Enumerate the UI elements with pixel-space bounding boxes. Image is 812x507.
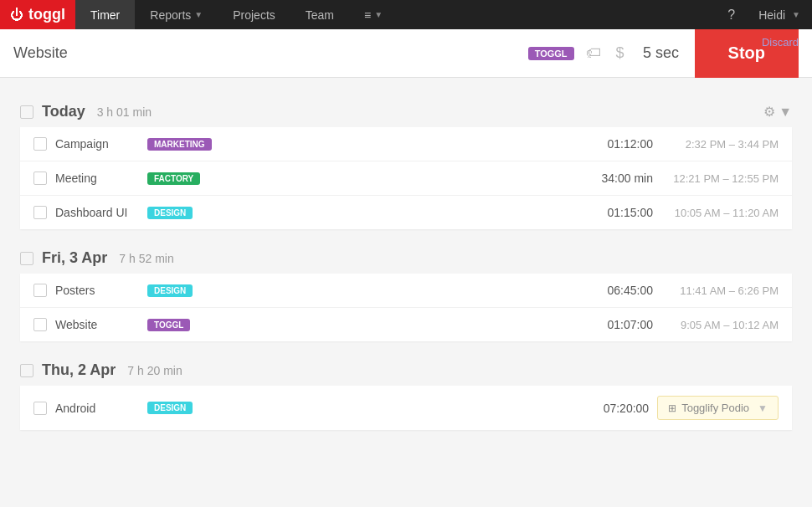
thu-section-header: Thu, 2 Apr 7 h 20 min — [20, 345, 792, 386]
togglify-icon: ⊞ — [668, 402, 676, 414]
factory-badge[interactable]: FACTORY — [147, 172, 200, 185]
row-checkbox[interactable] — [33, 318, 47, 331]
more-dropdown-arrow: ▼ — [374, 10, 383, 19]
row-checkbox[interactable] — [33, 206, 47, 219]
timer-project-badge[interactable]: TOGGL — [528, 47, 574, 60]
thu-rows: Android DESIGN 07:20:00 ⊞ Togglify Podio… — [20, 386, 792, 430]
today-duration: 3 h 01 min — [97, 105, 152, 119]
fri-section-header: Fri, 3 Apr 7 h 52 min — [20, 233, 792, 274]
tag-icon[interactable]: 🏷 — [583, 44, 604, 62]
row-checkbox[interactable] — [33, 172, 47, 185]
fri-section-checkbox[interactable] — [20, 252, 33, 265]
row-checkbox[interactable] — [33, 284, 47, 297]
help-icon[interactable]: ? — [716, 8, 747, 23]
timer-bar: Discard TOGGL 🏷 $ 5 sec Stop — [0, 29, 812, 78]
row-checkbox[interactable] — [33, 137, 47, 151]
toggl-power-icon: ⏻ — [10, 8, 23, 23]
timer-description-input[interactable] — [13, 44, 520, 62]
row-time-range: 12:21 PM – 12:55 PM — [661, 172, 779, 185]
table-row: Campaign MARKETING 01:12:00 2:32 PM – 3:… — [20, 127, 792, 161]
row-duration: 01:07:00 — [586, 318, 653, 331]
table-row: Android DESIGN 07:20:00 ⊞ Togglify Podio… — [20, 386, 792, 430]
table-row: Posters DESIGN 06:45:00 11:41 AM – 6:26 … — [20, 274, 792, 308]
marketing-badge[interactable]: MARKETING — [147, 138, 212, 151]
thu-section-checkbox[interactable] — [20, 364, 33, 377]
design-badge[interactable]: DESIGN — [147, 402, 193, 414]
logo[interactable]: ⏻ toggl — [0, 0, 75, 29]
fri-title: Fri, 3 Apr — [42, 249, 107, 267]
table-row: Dashboard UI DESIGN 01:15:00 10:05 AM – … — [20, 196, 792, 229]
today-rows: Campaign MARKETING 01:12:00 2:32 PM – 3:… — [20, 127, 792, 229]
today-section-checkbox[interactable] — [20, 105, 33, 119]
row-duration: 01:12:00 — [586, 137, 653, 151]
nav-reports[interactable]: Reports ▼ — [135, 0, 218, 29]
nav-projects[interactable]: Projects — [218, 0, 290, 29]
row-duration: 34:00 min — [586, 172, 653, 185]
row-time-range: 10:05 AM – 11:20 AM — [661, 207, 779, 219]
today-gear-icon[interactable]: ⚙ ▼ — [763, 104, 792, 120]
timer-elapsed: 5 sec — [636, 44, 686, 62]
today-title: Today — [42, 103, 85, 120]
design-badge[interactable]: DESIGN — [147, 284, 193, 297]
fri-duration: 7 h 52 min — [119, 252, 173, 265]
navbar: ⏻ toggl Timer Reports ▼ Projects Team ≡ … — [0, 0, 812, 29]
row-name: Meeting — [55, 172, 139, 185]
reports-dropdown-arrow: ▼ — [194, 10, 203, 19]
nav-more[interactable]: ≡ ▼ — [349, 0, 398, 29]
thu-title: Thu, 2 Apr — [42, 361, 116, 379]
fri-rows: Posters DESIGN 06:45:00 11:41 AM – 6:26 … — [20, 274, 792, 341]
row-duration: 07:20:00 — [582, 402, 649, 415]
row-time-range: 11:41 AM – 6:26 PM — [661, 284, 779, 297]
table-row: Website TOGGL 01:07:00 9:05 AM – 10:12 A… — [20, 308, 792, 341]
row-duration: 01:15:00 — [586, 206, 653, 219]
table-row: Meeting FACTORY 34:00 min 12:21 PM – 12:… — [20, 161, 792, 196]
row-name: Android — [55, 402, 139, 415]
row-time-range: 2:32 PM – 3:44 PM — [661, 138, 779, 151]
row-name: Dashboard UI — [55, 206, 139, 219]
toggl-badge[interactable]: TOGGL — [147, 319, 190, 331]
row-time-range: 9:05 AM – 10:12 AM — [661, 319, 779, 331]
today-section-header: Today 3 h 01 min ⚙ ▼ — [20, 86, 792, 127]
togglify-label: Togglify Podio — [681, 402, 749, 414]
user-menu[interactable]: Heidi ▼ — [747, 8, 812, 22]
row-name: Website — [55, 318, 139, 331]
row-name: Campaign — [55, 137, 139, 151]
discard-link[interactable]: Discard — [762, 36, 799, 49]
nav-timer[interactable]: Timer — [75, 0, 135, 29]
logo-text: toggl — [28, 6, 65, 23]
thu-duration: 7 h 20 min — [127, 364, 182, 377]
row-checkbox[interactable] — [33, 402, 47, 415]
togglify-dropdown-icon[interactable]: ▼ — [758, 402, 768, 414]
main-content: Today 3 h 01 min ⚙ ▼ Campaign MARKETING … — [0, 78, 812, 507]
togglify-box[interactable]: ⊞ Togglify Podio ▼ — [657, 396, 779, 420]
user-dropdown-arrow: ▼ — [792, 10, 800, 19]
design-badge[interactable]: DESIGN — [147, 207, 193, 219]
row-name: Posters — [55, 284, 139, 297]
row-duration: 06:45:00 — [586, 284, 653, 297]
billing-icon[interactable]: $ — [613, 44, 628, 62]
nav-team[interactable]: Team — [290, 0, 349, 29]
